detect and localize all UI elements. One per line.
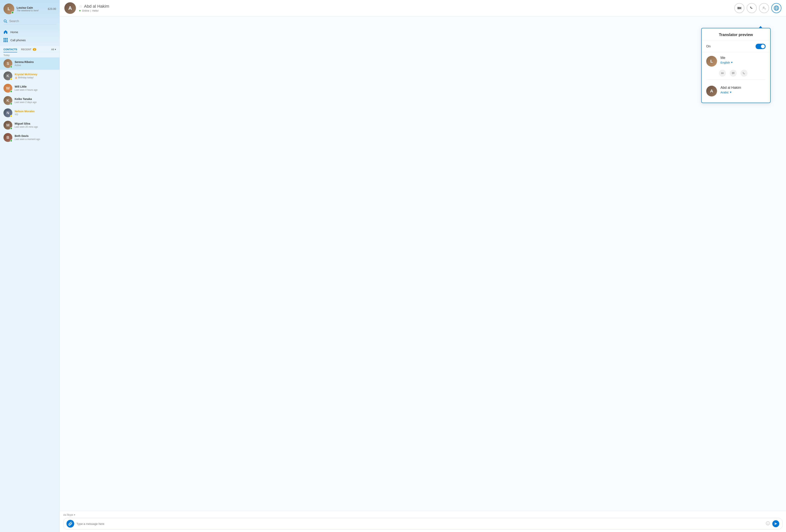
send-button[interactable] [772,520,779,527]
svg-rect-2 [737,7,740,9]
contact-name-krystal: Krystal McKinney [15,73,56,76]
status-dot-nelson [10,115,12,117]
user-status-text: The weekend is here! [17,9,45,12]
search-bar[interactable]: Search [3,17,56,24]
message-area: via Skype ▾ [60,511,786,532]
contact-item-nelson[interactable]: N Nelson Morales YO [0,107,60,119]
contact-sub-serena: Active [15,64,56,67]
contact-info-keiko: Keiko Tanaka Last seen 2 days ago [15,97,56,103]
emoji-button[interactable] [766,521,770,526]
contact-item-beth[interactable]: B Beth Davis Last seen a moment ago [0,131,60,144]
search-icon [3,19,7,23]
contact-name-keiko: Keiko Tanaka [15,97,56,100]
chat-contact-greeting: Hello! [92,9,99,12]
chat-contact-avatar: A [64,2,76,14]
video-small-icon [721,72,724,74]
search-label[interactable]: Search [9,20,19,23]
online-dot-icon: ● [79,9,81,12]
add-person-icon [762,6,766,10]
translator-me-info: Me English ▾ [720,56,766,64]
translator-contact-avatar: A [706,86,717,96]
contact-sub-miguel: Last seen 20 mins ago [15,125,56,128]
all-filter[interactable]: All ▾ [51,48,56,51]
user-status-dot [11,11,14,14]
translator-toggle-row: On [701,40,770,52]
status-dot-miguel [10,127,12,129]
contact-name-miguel: Miguel Silva [15,122,56,125]
via-skype-label: via Skype ▾ [63,513,783,516]
translator-me-lang-dropdown[interactable]: English ▾ [720,61,766,64]
translator-contact-name: Abd al Hakim [720,86,766,90]
separator: | [90,9,91,12]
me-language-label: English [720,61,730,64]
user-profile: L Louisa Cain The weekend is here! £23.0… [3,3,56,14]
contact-name-beth: Beth Davis [15,135,56,138]
contact-item-miguel[interactable]: M Miguel Silva Last seen 20 mins ago [0,119,60,131]
chat-contact-status: Online [82,9,89,12]
svg-point-16 [766,522,770,525]
translator-title: Translator preview [701,28,770,40]
toggle-label: On [706,45,711,48]
status-dot-beth [10,140,12,142]
contacts-tabs: CONTACTS RECENT 2 All ▾ [0,46,60,52]
contact-sub-krystal: 🎂 Birthday today! [15,76,56,79]
translator-toggle-switch[interactable] [756,44,766,49]
translator-chat-btn[interactable] [730,70,737,77]
contact-sub-beth: Last seen a moment ago [15,138,56,141]
contacts-list: Today S Serena Ribeiro Active K [0,52,60,532]
chat-bubble-icon [732,72,735,74]
translator-call-btn[interactable] [741,70,747,77]
contact-language-label: Arabic [720,91,729,94]
send-icon [774,522,777,525]
voice-call-button[interactable] [747,3,757,13]
translator-video-btn[interactable] [719,70,726,77]
contact-sub-nelson: YO [15,113,56,116]
tab-contacts[interactable]: CONTACTS [3,47,17,52]
svg-rect-14 [732,72,735,74]
home-label: Home [10,30,18,34]
contact-item-will[interactable]: W Will Little Last seen 4 hours ago [0,82,60,94]
translator-panel: Translator preview On L Me English ▾ [701,28,770,103]
contact-info-beth: Beth Davis Last seen a moment ago [15,135,56,141]
status-dot-keiko [10,103,12,105]
translator-contact-lang-dropdown[interactable]: Arabic ▾ [720,91,766,94]
sidebar-header: L Louisa Cain The weekend is here! £23.0… [0,0,60,46]
svg-point-4 [763,6,765,8]
video-call-button[interactable] [734,3,744,13]
chat-header: A ☆ Abd al Hakim ● Online | Hello! [60,0,786,16]
contact-name-serena: Serena Ribeiro [15,61,56,64]
status-dot-serena [10,66,12,68]
status-dot-krystal [10,78,12,80]
translator-button[interactable] [771,3,781,13]
chevron-down-icon: ▾ [55,48,56,51]
chevron-down-icon-3: ▾ [74,513,75,516]
add-contact-button[interactable] [759,3,769,13]
sidebar-item-home[interactable]: Home [0,28,60,36]
contact-item-keiko[interactable]: K Keiko Tanaka Last seen 2 days ago [0,94,60,107]
svg-line-1 [6,22,7,23]
svg-point-17 [767,523,767,523]
translator-me-name: Me [720,56,766,60]
translator-contact-row: A Abd al Hakim Arabic ▾ [701,82,770,98]
video-icon [737,6,741,9]
contact-item-krystal[interactable]: K Krystal McKinney 🎂 Birthday today! [0,70,60,82]
home-icon [3,30,8,34]
chat-header-info: ☆ Abd al Hakim ● Online | Hello! [79,4,731,12]
tab-recent[interactable]: RECENT 2 [21,47,36,52]
status-dot-will [10,90,12,93]
sidebar-item-call-phones[interactable]: Call phones [0,36,60,44]
phone-small-icon [743,72,745,74]
contact-item-serena[interactable]: S Serena Ribeiro Active [0,57,60,70]
contact-name-will: Will Little [15,85,56,88]
emoji-icon [766,521,770,526]
message-input[interactable] [76,522,763,526]
translator-me-avatar: L [706,56,717,67]
contact-name-nelson: Nelson Morales [15,110,56,113]
phone-icon [750,6,754,10]
svg-point-18 [768,523,769,523]
attach-button[interactable] [67,520,74,528]
user-balance: £23.00 [48,7,56,10]
main-area: A ☆ Abd al Hakim ● Online | Hello! [60,0,786,532]
section-today: Today [0,52,60,57]
svg-marker-15 [733,74,733,74]
